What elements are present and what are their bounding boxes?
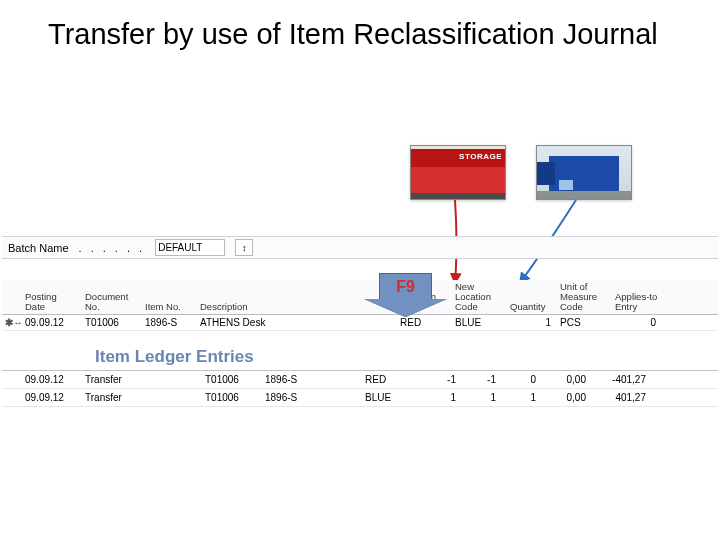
- ile-amount: -401,27: [592, 371, 652, 388]
- ile-date: 09.09.12: [22, 371, 82, 388]
- ile-amount: 401,27: [592, 389, 652, 406]
- col-posting-date[interactable]: PostingDate: [22, 280, 82, 314]
- cell-applies-to[interactable]: 0: [612, 315, 662, 330]
- f9-post-arrow: F9: [364, 273, 447, 324]
- journal-header-row: PostingDate DocumentNo. Item No. Descrip…: [2, 280, 718, 315]
- cell-quantity[interactable]: 1: [507, 315, 557, 330]
- col-applies-to[interactable]: Applies-toEntry: [612, 280, 662, 314]
- ile-item: T01006: [202, 389, 262, 406]
- journal-grid: PostingDate DocumentNo. Item No. Descrip…: [2, 280, 718, 331]
- ile-entry-type: Transfer: [82, 389, 142, 406]
- batch-name-input[interactable]: [155, 239, 225, 256]
- location-photos: STORAGE: [410, 145, 632, 200]
- page-title: Transfer by use of Item Reclassification…: [0, 0, 720, 51]
- col-uom[interactable]: Unit ofMeasureCode: [557, 280, 612, 314]
- f9-label: F9: [364, 278, 447, 296]
- batch-name-lookup-button[interactable]: ↕: [235, 239, 253, 256]
- ile-row-2[interactable]: 09.09.12 Transfer T01006 1896-S BLUE 1 1…: [2, 389, 718, 407]
- ile-entry-type: Transfer: [82, 371, 142, 388]
- batch-name-row: Batch Name . . . . . . ↕: [2, 236, 718, 259]
- up-down-icon: ↕: [242, 243, 247, 253]
- col-description[interactable]: Description: [197, 280, 307, 314]
- ile-row-1[interactable]: 09.09.12 Transfer T01006 1896-S RED -1 -…: [2, 371, 718, 389]
- batch-name-label: Batch Name: [8, 242, 69, 254]
- ile-qty: 1: [422, 389, 462, 406]
- row-handle-icon[interactable]: ✱↔: [2, 315, 22, 330]
- batch-name-dots: . . . . . .: [79, 242, 146, 254]
- cell-item-no[interactable]: 1896-S: [142, 315, 197, 330]
- cell-posting-date[interactable]: 09.09.12: [22, 315, 82, 330]
- cell-uom[interactable]: PCS: [557, 315, 612, 330]
- col-document-no[interactable]: DocumentNo.: [82, 280, 142, 314]
- ile-item: T01006: [202, 371, 262, 388]
- item-ledger-entries-grid: 09.09.12 Transfer T01006 1896-S RED -1 -…: [2, 370, 718, 407]
- journal-line[interactable]: ✱↔ 09.09.12 T01006 1896-S ATHENS Desk RE…: [2, 315, 718, 331]
- red-storage-sign-text: STORAGE: [411, 149, 505, 167]
- item-ledger-entries-title: Item Ledger Entries: [95, 347, 254, 367]
- blue-warehouse-photo: [536, 145, 632, 200]
- col-blank1: [307, 280, 352, 314]
- col-item-no[interactable]: Item No.: [142, 280, 197, 314]
- cell-document-no[interactable]: T01006: [82, 315, 142, 330]
- col-new-location-code[interactable]: NewLocationCode: [452, 280, 507, 314]
- ile-location: RED: [362, 371, 422, 388]
- cell-description[interactable]: ATHENS Desk: [197, 315, 307, 330]
- ile-qty: -1: [422, 371, 462, 388]
- red-storage-photo: STORAGE: [410, 145, 506, 200]
- cell-new-location-code[interactable]: BLUE: [452, 315, 507, 330]
- ile-location: BLUE: [362, 389, 422, 406]
- col-quantity[interactable]: Quantity: [507, 280, 557, 314]
- ile-date: 09.09.12: [22, 389, 82, 406]
